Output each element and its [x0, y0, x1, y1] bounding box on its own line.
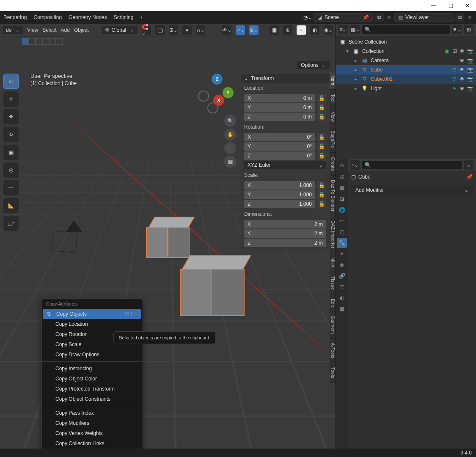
ntab-tool[interactable]: Tool	[330, 90, 336, 107]
lock-icon[interactable]: 🔓	[317, 94, 326, 102]
window-maximize[interactable]: ▢	[442, 0, 459, 11]
outliner-scene-collection[interactable]: ▣ Scene Collection	[336, 37, 476, 47]
rotation-mode-select[interactable]: XYZ Euler⌄	[244, 161, 326, 169]
ctx-copy-pass-index[interactable]: Copy Pass Index	[42, 408, 142, 418]
ctx-copy-draw-options[interactable]: Copy Draw Options	[42, 350, 142, 360]
close-viewlayer[interactable]: ✕	[466, 14, 473, 21]
eye-icon[interactable]: 👁	[459, 67, 465, 73]
location-z-field[interactable]: Z0 m	[244, 113, 315, 121]
lock-icon[interactable]: 🔓	[317, 133, 326, 141]
lock-icon[interactable]: 🔓	[317, 190, 326, 199]
ptab-physics[interactable]: ◉	[337, 260, 347, 270]
outliner-camera[interactable]: ▸ 📹 Camera 👁📷	[336, 56, 476, 65]
select-modes[interactable]	[22, 38, 63, 45]
proportional-toggle[interactable]: ◯	[155, 25, 165, 35]
snap-toggle[interactable]: 🧲⌄	[142, 25, 151, 35]
camera-object[interactable]	[49, 218, 87, 256]
tool-scale[interactable]: ▣	[3, 145, 19, 160]
lock-icon[interactable]: 🔓	[317, 200, 326, 208]
lock-icon[interactable]: 🔓	[317, 113, 326, 121]
expand-icon[interactable]: ▸	[355, 76, 359, 82]
shading-solid[interactable]: ●	[297, 25, 306, 35]
outliner-cube001[interactable]: ▸ ▽ Cube.001 ▽ 👁📷	[336, 74, 476, 84]
gizmo-neg-axis[interactable]	[198, 91, 209, 102]
lock-icon[interactable]: 🔓	[317, 181, 326, 190]
header-options[interactable]: Options	[297, 61, 330, 69]
play[interactable]: ▶	[12, 419, 20, 427]
ctx-copy-objects[interactable]: ⧉Copy ObjectsCtrl C	[43, 309, 141, 319]
eye-icon[interactable]: 👁	[459, 58, 465, 63]
ptab-modifiers[interactable]: 🔧	[337, 238, 347, 248]
close-scene[interactable]: ✕	[385, 14, 393, 21]
ntab-item[interactable]: Item	[330, 72, 336, 90]
ctx-copy-location[interactable]: Copy Location	[42, 319, 142, 329]
lock-icon[interactable]: 🔓	[317, 142, 326, 151]
ptab-scene[interactable]: ◪	[337, 194, 347, 204]
jump-start[interactable]: ⏮	[3, 419, 11, 427]
ntab-edit[interactable]: Edit	[330, 295, 336, 311]
xray-toggle[interactable]: ▣	[270, 25, 279, 35]
3d-viewport[interactable]: ▭ ✛ ✥ ↻ ▣ ◎ 〰 📐 ⬚⁺ User Perspective (1) …	[0, 47, 336, 449]
gizmo-x-axis[interactable]: X	[213, 95, 224, 106]
tab-compositing[interactable]: Compositing	[33, 14, 62, 20]
ntab-atools[interactable]: A-Tools	[330, 339, 336, 363]
ptab-constraints[interactable]: 🔗	[337, 271, 347, 281]
ntab-tissue[interactable]: Tissue	[330, 272, 336, 295]
expand-icon[interactable]: ▸	[355, 58, 359, 63]
tool-rotate[interactable]: ↻	[3, 127, 19, 142]
menu-object[interactable]: Object	[74, 27, 89, 33]
ptab-particles[interactable]: ✦	[337, 249, 347, 259]
eye-icon[interactable]: 👁	[459, 76, 465, 82]
window-close[interactable]: ✕	[459, 0, 476, 11]
expand-icon[interactable]: ▾	[346, 48, 350, 54]
lock-icon[interactable]: 🔓	[317, 103, 326, 112]
dim-y-field[interactable]: Y2 m	[244, 229, 326, 238]
lock-icon[interactable]: 🔓	[317, 151, 326, 160]
dim-x-field[interactable]: X2 m	[244, 220, 326, 228]
ctx-copy-protected-transform[interactable]: Copy Protected Transform	[42, 384, 142, 394]
ptab-viewlayer[interactable]: ▦	[337, 183, 347, 193]
overlay-toggle[interactable]: ⊕⌄	[249, 25, 259, 35]
ptab-collection[interactable]: ▭	[337, 216, 347, 226]
nav-camera[interactable]: 🎥	[224, 142, 236, 154]
viewlayer-field[interactable]: ▦ ViewLayer	[394, 13, 454, 22]
ptab-world[interactable]: 🌐	[337, 205, 347, 215]
end-frame[interactable]: End250	[162, 419, 193, 427]
location-y-field[interactable]: Y0 m	[244, 103, 315, 112]
outliner-filter[interactable]: ▼⌄	[452, 25, 462, 34]
ntab-daz-importer[interactable]: DAZ Importer	[330, 216, 336, 253]
ctx-copy-vertex-weights[interactable]: Copy Vertex Weights	[42, 428, 142, 438]
tab-rendering[interactable]: Rendering	[3, 14, 27, 20]
outliner-collection[interactable]: ▾ ▣ Collection ◉ ☑👁📷	[336, 47, 476, 56]
pin-icon[interactable]: 📌	[466, 174, 473, 180]
new-viewlayer-button[interactable]: ⧉	[455, 13, 465, 22]
step-fwd[interactable]: ⏭	[21, 419, 30, 427]
outliner-view-mode[interactable]: ▦⌄	[350, 25, 360, 34]
ptab-material[interactable]: ◐	[337, 293, 347, 303]
ctx-copy-object-constraints[interactable]: Copy Object Constraints	[42, 394, 142, 404]
add-workspace[interactable]: +	[140, 14, 143, 20]
tab-scripting[interactable]: Scripting	[114, 14, 134, 20]
expand-icon[interactable]: ▸	[355, 67, 359, 73]
ntab-view[interactable]: View	[330, 107, 336, 127]
camera-icon[interactable]: 📷	[467, 76, 473, 82]
camera-icon[interactable]: 📷	[467, 58, 473, 63]
pivot-icon[interactable]: ◔⌄	[303, 14, 312, 20]
outliner-new-collection[interactable]: ⊞	[464, 25, 473, 34]
scale-x-field[interactable]: X1.000	[244, 181, 315, 190]
outliner-cube[interactable]: ▸ ▽ Cube ▽ 👁📷	[336, 65, 476, 74]
props-options[interactable]: ⌄	[464, 160, 473, 170]
eye-icon[interactable]: 👁	[459, 85, 465, 91]
ptab-texture[interactable]: ▦	[337, 304, 347, 314]
scale-z-field[interactable]: Z1.000	[244, 200, 315, 208]
ptab-output[interactable]: 🖨	[337, 172, 347, 182]
eye-icon[interactable]: 👁	[459, 48, 465, 54]
shading-wire[interactable]: ⊕	[283, 25, 292, 35]
add-modifier-button[interactable]: Add Modifier⌄	[351, 185, 473, 195]
tool-move[interactable]: ✥	[3, 109, 19, 124]
gizmo-y-axis[interactable]: Y	[223, 87, 234, 98]
rotation-y-field[interactable]: Y0°	[244, 142, 315, 151]
new-scene-button[interactable]: ⧉	[374, 13, 384, 22]
cube001-object[interactable]	[180, 254, 241, 322]
location-x-field[interactable]: X0 m	[244, 94, 315, 102]
